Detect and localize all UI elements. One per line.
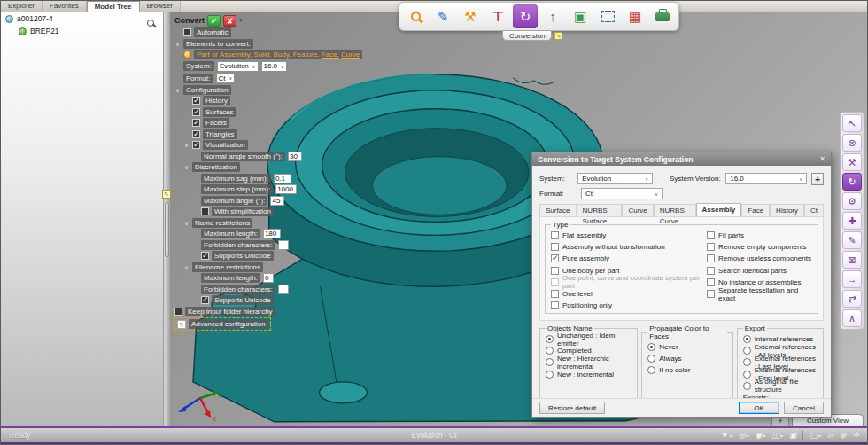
visibility-icon[interactable]: ◉▾ [756,431,766,440]
tab-favorites[interactable]: Favorites [43,1,87,12]
tab-assembly[interactable]: Assembly [696,203,742,216]
render-mode-icon[interactable]: ◫▾ [771,431,783,440]
origin-icon[interactable]: ⊕ [840,431,847,440]
search-identical-parts-checkbox[interactable]: Search identical parts [707,265,812,277]
clip-plane-icon[interactable]: ▱ [827,431,833,440]
advanced-configuration-button[interactable]: ✎ Advanced configuration [174,317,271,331]
max-step-input[interactable] [275,184,297,194]
system-select[interactable]: Evolution∨ [217,61,259,72]
simplification-checkbox[interactable]: With simplification [201,207,356,216]
apply-convert-button[interactable]: ✔ [207,15,221,27]
toolbox-icon[interactable] [650,4,675,28]
tab-browser[interactable]: Browser [140,1,181,12]
as-original-file-structure-radio[interactable]: As original file structure [743,380,818,392]
inspector-icon[interactable] [403,4,428,28]
fit-parts-checkbox[interactable]: Fit parts [707,230,812,241]
restore-default-button[interactable]: Restore default [539,402,605,414]
fit-icon[interactable]: ▣ [568,4,593,28]
deselect-icon[interactable]: ⊗ [842,134,862,152]
shaded-view-icon[interactable]: ▣ [789,431,797,440]
select-icon[interactable]: ↖ [842,114,862,132]
surfaces-checkbox[interactable]: Surfaces [192,107,356,117]
orbit-icon[interactable]: ↻ [842,173,862,191]
keep-hierarchy-checkbox[interactable]: Keep input folder hierarchy [174,307,356,316]
flat-assembly-checkbox[interactable]: Flat assembly [551,230,703,241]
selection-box-icon[interactable] [595,4,620,28]
tab-explorer[interactable]: Explorer [1,1,43,12]
tab-history[interactable]: History [770,204,804,216]
swap-icon[interactable]: ⇄ [842,290,862,308]
system-select[interactable]: Evolution∨ [577,173,653,184]
close-icon[interactable]: ✕ [819,155,825,163]
annotate-icon[interactable]: ✎ [842,231,862,249]
search-icon[interactable] [147,20,154,27]
name-restrictions-header[interactable]: ∨ Name restrictions [183,218,356,228]
collapse-toolbar-icon[interactable]: ∧ [842,309,862,327]
curve-link[interactable]: Curve [341,51,360,59]
ok-button[interactable]: OK [739,402,779,414]
unchanged-idem-emitter-radio[interactable]: Unchanged : Idem emitter [546,333,632,345]
normal-angle-input[interactable] [288,152,302,161]
format-select[interactable]: Ct∨ [581,188,663,199]
filename-max-length-input[interactable] [263,273,274,283]
remove-useless-components-checkbox[interactable]: Remove useless components [707,253,812,264]
configuration-section-header[interactable]: ∨ Configuration [174,85,356,95]
forward-icon[interactable]: → [842,270,862,288]
gear-icon[interactable]: ⚙ [842,192,862,210]
tab-curve[interactable]: Curve [622,204,653,216]
format-select[interactable]: Ct∨ [216,73,236,83]
export-icon[interactable]: ↑ [540,4,565,28]
filename-forbidden-input[interactable] [278,285,289,294]
bounding-box-icon[interactable]: ▢▾ [810,431,821,440]
face-link[interactable]: Face, [322,51,339,59]
add-icon[interactable]: ✚ [842,212,862,230]
name-unicode-checkbox[interactable]: Supports Unicode [201,251,356,261]
tab-model-tree[interactable]: Model Tree [87,1,140,12]
name-max-length-input[interactable] [263,229,281,238]
pencil-icon[interactable]: ✎ [162,190,171,199]
history-checkbox[interactable]: History [192,96,356,105]
probe-tool-icon[interactable]: ⚒ [842,153,862,171]
triangles-checkbox[interactable]: Triangles [192,129,356,139]
tab-nurbs-curve[interactable]: NURBS Curve [654,204,696,216]
tree-item-brep[interactable]: BREP21 [1,25,163,37]
visualization-checkbox[interactable]: ∨ Visualization [183,140,356,150]
max-angle-input[interactable] [270,196,284,206]
filter-icon[interactable]: ▼▾ [721,431,732,440]
never-radio[interactable]: Never [647,341,726,353]
cancel-button[interactable]: Cancel [784,402,824,414]
tab-nurbs-surface[interactable]: NURBS Surface [577,204,623,216]
automatic-checkbox[interactable]: Automatic [183,27,356,37]
filename-unicode-checkbox[interactable]: Supports Unicode [201,295,356,305]
filename-restrictions-header[interactable]: ∨ Filename restrictions [183,262,356,272]
splitter-handle[interactable] [165,202,169,257]
always-radio[interactable]: Always [647,353,726,364]
positioning-only-checkbox[interactable]: Positioning only [551,300,703,311]
clip-box-icon[interactable]: ⊠ [842,251,862,269]
system-version-select[interactable]: 16.0∨ [725,173,807,184]
markup-icon[interactable]: ✎ [430,4,455,28]
pure-assembly-checkbox[interactable]: Pure assembly [551,253,703,264]
tree-item-root[interactable]: a001207-4 [1,12,163,25]
assembly-without-transformation-checkbox[interactable]: Assembly without transformation [551,241,703,253]
probe-icon[interactable]: ◎▾ [739,431,749,440]
tab-surface[interactable]: Surface [539,204,577,216]
repair-tools-icon[interactable]: ⚒ [458,4,483,28]
conversion-icon[interactable]: ↻ [513,4,538,28]
tab-face[interactable]: Face [741,204,770,216]
add-configuration-button[interactable]: + [811,173,824,185]
if-no-color-radio[interactable]: If no color [647,364,726,376]
dialog-title-bar[interactable]: Conversion to Target System Configuratio… [532,152,831,166]
discretization-section-header[interactable]: ∨ Discretization [183,162,356,172]
name-forbidden-input[interactable] [278,240,289,250]
separate-tessellation-checkbox[interactable]: Separate tessellation and exact [707,288,812,300]
facets-checkbox[interactable]: Facets [192,118,356,128]
elements-section-header[interactable]: ∨ Elements to convert: [174,39,356,49]
bend-tool-icon[interactable]: ⊤ [485,4,510,28]
version-select[interactable]: 16.0∨ [261,61,287,72]
new-hierarchic-incremental-radio[interactable]: New : Hierarchic incremental [546,356,632,368]
remove-empty-components-checkbox[interactable]: Remove empty components [707,241,812,253]
panel-splitter[interactable]: ✎ [165,12,170,426]
tab-ct[interactable]: Ct [804,204,824,216]
convert-menu-caret-icon[interactable]: ▾ [239,17,243,24]
